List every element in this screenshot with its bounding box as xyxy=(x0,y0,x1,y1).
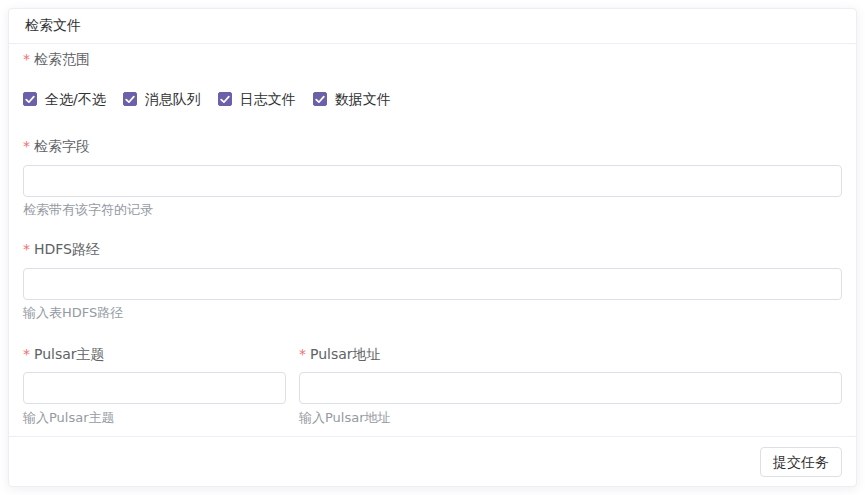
checkbox-label: 消息队列 xyxy=(145,89,201,109)
checkbox-label: 数据文件 xyxy=(335,89,391,109)
checkbox-checked-icon[interactable] xyxy=(23,92,37,106)
pulsar-address-help: 输入Pulsar地址 xyxy=(299,409,842,427)
hdfs-path-help: 输入表HDFS路径 xyxy=(23,304,842,322)
pulsar-topic-help: 输入Pulsar主题 xyxy=(23,409,286,427)
search-field-input[interactable] xyxy=(23,165,842,197)
checkbox-checked-icon[interactable] xyxy=(313,92,327,106)
search-field-help: 检索带有该字符的记录 xyxy=(23,201,842,219)
card-header: 检索文件 xyxy=(9,9,856,44)
form-body: * 检索范围 全选/不选 xyxy=(9,44,856,427)
checkbox-select-all[interactable]: 全选/不选 xyxy=(23,89,106,109)
checkmark-icon xyxy=(25,95,35,104)
checkmark-icon xyxy=(220,95,230,104)
pulsar-row: * Pulsar主题 输入Pulsar主题 * Pulsar地址 输入Pulsa… xyxy=(23,343,842,427)
search-field-label: 检索字段 xyxy=(34,135,90,157)
pulsar-address-label: Pulsar地址 xyxy=(310,343,381,365)
pulsar-topic-input[interactable] xyxy=(23,372,286,404)
form-item-pulsar-topic: * Pulsar主题 输入Pulsar主题 xyxy=(23,343,286,427)
checkmark-icon xyxy=(315,95,325,104)
checkbox-label: 全选/不选 xyxy=(45,89,106,109)
required-asterisk: * xyxy=(23,48,30,70)
search-file-card: 检索文件 * 检索范围 全选/不选 xyxy=(8,8,857,487)
scope-checkbox-group: 全选/不选 消息队列 日志文件 xyxy=(23,89,842,109)
required-asterisk: * xyxy=(23,238,30,260)
checkbox-label: 日志文件 xyxy=(240,89,296,109)
checkbox-checked-icon[interactable] xyxy=(123,92,137,106)
form-item-scope: * 检索范围 全选/不选 xyxy=(23,48,842,109)
scope-label-row: * 检索范围 xyxy=(23,48,842,70)
hdfs-path-label-row: * HDFS路经 xyxy=(23,238,842,260)
form-item-search-field: * 检索字段 检索带有该字符的记录 xyxy=(23,135,842,219)
pulsar-topic-label: Pulsar主题 xyxy=(34,343,105,365)
hdfs-path-input[interactable] xyxy=(23,268,842,300)
card-title: 检索文件 xyxy=(25,17,81,35)
submit-task-button[interactable]: 提交任务 xyxy=(760,447,842,477)
scope-label: 检索范围 xyxy=(34,48,90,70)
checkbox-message-queue[interactable]: 消息队列 xyxy=(123,89,201,109)
form-item-pulsar-address: * Pulsar地址 输入Pulsar地址 xyxy=(299,343,842,427)
pulsar-address-input[interactable] xyxy=(299,372,842,404)
required-asterisk: * xyxy=(23,135,30,157)
required-asterisk: * xyxy=(299,343,306,365)
form-item-hdfs-path: * HDFS路经 输入表HDFS路径 xyxy=(23,238,842,322)
hdfs-path-label: HDFS路经 xyxy=(34,238,100,260)
card-footer: 提交任务 xyxy=(9,436,856,487)
checkbox-log-files[interactable]: 日志文件 xyxy=(218,89,296,109)
search-field-label-row: * 检索字段 xyxy=(23,135,842,157)
pulsar-address-label-row: * Pulsar地址 xyxy=(299,343,842,365)
checkmark-icon xyxy=(125,95,135,104)
pulsar-topic-label-row: * Pulsar主题 xyxy=(23,343,286,365)
required-asterisk: * xyxy=(23,343,30,365)
checkbox-checked-icon[interactable] xyxy=(218,92,232,106)
checkbox-data-files[interactable]: 数据文件 xyxy=(313,89,391,109)
